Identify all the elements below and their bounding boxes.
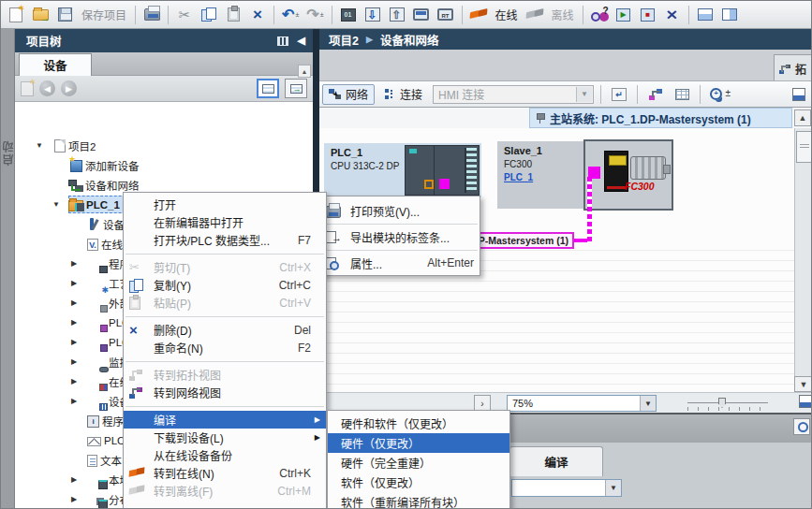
go-offline-label[interactable]: 离线 xyxy=(548,7,578,22)
menu-item[interactable]: 重命名(N) F2 xyxy=(124,339,326,356)
stop-cpu-button[interactable]: ■ xyxy=(637,4,659,26)
canvas-vertical-scrollbar[interactable] xyxy=(794,128,812,392)
menu-item[interactable]: 打印预览(V)... xyxy=(320,198,480,223)
menu-item[interactable]: 下载到设备(L) xyxy=(124,429,326,446)
details-view-button[interactable] xyxy=(257,79,279,98)
breadcrumb-project[interactable]: 项目2 xyxy=(329,31,359,49)
scrollbar-thumb[interactable] xyxy=(796,131,812,163)
menu-item[interactable] xyxy=(124,356,326,366)
expand-arrow-icon[interactable] xyxy=(71,259,87,268)
tab-devices[interactable]: 设备 xyxy=(19,53,92,76)
split-vertical-button[interactable] xyxy=(718,4,741,26)
pin-icon[interactable] xyxy=(536,112,544,124)
menu-item[interactable]: 打开 xyxy=(124,196,326,213)
download-to-device-button[interactable]: ⇩ xyxy=(362,4,384,26)
table-overview-button[interactable] xyxy=(671,83,693,106)
sort-view-button[interactable] xyxy=(285,79,307,98)
plc1-device-image[interactable] xyxy=(405,145,480,196)
menu-item[interactable]: 从在线设备备份 xyxy=(124,446,326,464)
expand-arrow-icon[interactable] xyxy=(71,495,87,503)
expand-arrow-icon[interactable] xyxy=(71,377,87,385)
new-item-icon[interactable] xyxy=(21,81,34,96)
compile-button[interactable]: 01 xyxy=(337,4,360,26)
forward-button[interactable]: ▶ xyxy=(61,80,77,96)
tab-topology-view[interactable]: 拓 xyxy=(774,54,812,81)
undo-dropdown-arrow[interactable]: ± xyxy=(295,11,299,18)
cross-reference-button[interactable]: ✕ xyxy=(661,4,684,26)
zoom-slider-thumb[interactable] xyxy=(718,398,726,408)
tree-item[interactable]: 项目2 xyxy=(15,136,313,155)
menu-item[interactable]: 粘贴(P) Ctrl+V xyxy=(124,294,326,312)
slave1-selected-frame[interactable]: FC300 xyxy=(583,139,673,211)
start-simulation-button[interactable] xyxy=(410,4,433,26)
menu-item[interactable]: 转到拓扑视图 xyxy=(124,366,326,384)
tree-scroll-up-button[interactable]: ▲ xyxy=(298,65,311,78)
runtime-button[interactable]: RT xyxy=(435,4,457,26)
collapse-panel-icon[interactable]: ◀ xyxy=(298,35,305,47)
highlight-systems-button[interactable] xyxy=(644,83,667,106)
new-project-button[interactable] xyxy=(5,4,27,26)
menu-item[interactable]: 属性... Alt+Enter xyxy=(320,251,480,275)
menu-item[interactable]: 编译 xyxy=(124,411,326,429)
menu-item[interactable] xyxy=(124,249,326,258)
zoom-button[interactable] xyxy=(707,83,733,106)
inspector-properties-icon[interactable] xyxy=(793,418,810,435)
print-button[interactable] xyxy=(140,4,163,26)
go-offline-button[interactable] xyxy=(524,4,546,26)
plc1-dp-port-icon[interactable] xyxy=(439,179,450,189)
expand-arrow-icon[interactable] xyxy=(71,338,87,346)
expand-arrow-icon[interactable] xyxy=(71,279,87,287)
go-online-label[interactable]: 在线 xyxy=(492,7,522,22)
go-online-button[interactable] xyxy=(467,4,490,26)
menu-item[interactable]: 转到在线(N) Ctrl+K xyxy=(124,464,326,482)
expand-arrow-icon[interactable] xyxy=(52,200,68,209)
expand-arrow-icon[interactable] xyxy=(36,141,52,150)
submenu-item[interactable]: 硬件（完全重建） xyxy=(328,453,509,473)
menu-item[interactable] xyxy=(124,312,326,321)
chevron-down-icon[interactable]: ▼ xyxy=(576,87,592,102)
show-address-labels-button[interactable] xyxy=(608,83,630,106)
tree-item[interactable]: 添加新设备 xyxy=(15,155,313,175)
submenu-item[interactable]: 软件（仅更改） xyxy=(328,473,509,492)
fit-to-window-icon[interactable] xyxy=(799,395,812,408)
columns-icon[interactable] xyxy=(277,36,288,46)
expand-arrow-icon[interactable] xyxy=(71,357,87,366)
tab-compile-messages[interactable]: 编译 xyxy=(509,446,603,476)
menu-item[interactable]: 转到网络视图 xyxy=(124,384,326,401)
menu-item[interactable]: 复制(Y) Ctrl+C xyxy=(124,276,326,294)
redo-button[interactable]: ↷± xyxy=(303,4,326,26)
menu-item[interactable]: 剪切(T) Ctrl+X xyxy=(124,258,326,276)
connections-mode-button[interactable]: 连接 xyxy=(378,84,429,105)
back-button[interactable]: ◀ xyxy=(39,80,55,96)
split-horizontal-button[interactable] xyxy=(694,4,716,26)
expand-arrow-icon[interactable] xyxy=(71,298,87,307)
undo-button[interactable]: ↶± xyxy=(279,4,302,26)
connection-type-select[interactable]: HMI 连接 ▼ xyxy=(433,85,594,104)
chevron-down-icon[interactable]: ▼ xyxy=(605,480,621,496)
slave1-master-link[interactable]: PLC_1 xyxy=(504,172,533,182)
menu-item[interactable]: 打开块/PLC 数据类型... F7 xyxy=(124,231,326,249)
submenu-item[interactable]: 软件（重新编译所有块） xyxy=(328,492,509,509)
expand-arrow-icon[interactable] xyxy=(71,397,87,405)
zoom-slider[interactable] xyxy=(687,396,768,411)
chevron-down-icon[interactable]: ▼ xyxy=(640,396,656,411)
start-cpu-button[interactable]: ▶ xyxy=(613,4,635,26)
expand-arrow-icon[interactable] xyxy=(71,475,87,484)
submenu-item[interactable]: 硬件和软件（仅更改） xyxy=(328,414,509,433)
menu-item[interactable]: 导出模块的标签条... xyxy=(320,225,480,249)
diagnostics-button[interactable] xyxy=(588,4,611,26)
network-mode-button[interactable]: 网络 xyxy=(322,84,375,105)
device-plc1[interactable]: PLC_1 CPU 313C-2 DP xyxy=(324,143,481,197)
menu-item[interactable]: 删除(D) Del xyxy=(124,321,326,339)
save-project-button[interactable] xyxy=(53,4,76,26)
canvas-scroll-up-button[interactable]: ▲ xyxy=(794,109,811,126)
save-project-label[interactable]: 保存项目 xyxy=(78,7,130,22)
open-project-button[interactable] xyxy=(29,4,52,26)
upload-from-device-button[interactable]: ⇧ xyxy=(386,4,408,26)
redo-dropdown-arrow[interactable]: ± xyxy=(320,11,324,18)
expand-arrow-icon[interactable] xyxy=(71,318,87,327)
zoom-level-select[interactable]: 75% ▼ xyxy=(507,395,657,412)
canvas-scroll-down-button[interactable]: ▼ xyxy=(794,376,812,392)
menu-item[interactable]: 转到离线(F) Ctrl+M xyxy=(124,482,326,500)
save-window-settings-button[interactable] xyxy=(788,83,810,106)
